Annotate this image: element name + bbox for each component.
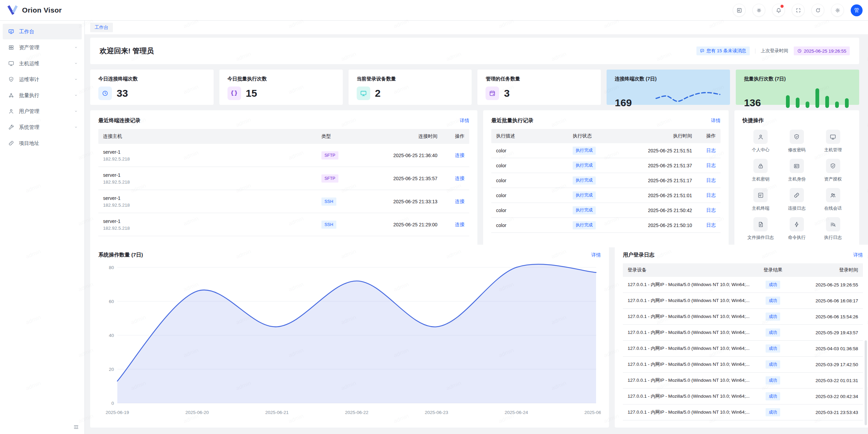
shield-check-icon — [8, 76, 14, 82]
execution-status-badge: 执行完成 — [573, 191, 596, 200]
sidebar-item-label: 运维审计 — [19, 76, 39, 83]
stat-card-今日批量执行次数: 今日批量执行次数{}15 — [219, 70, 343, 105]
connection-time: 2025-06-25 21:33:13 — [357, 199, 442, 204]
quick-action-文件操作日志[interactable]: 文件操作日志 — [743, 217, 779, 241]
quick-action-个人中心[interactable]: 个人中心 — [743, 130, 779, 153]
sidebar-item-用户管理[interactable]: 用户管理 — [3, 103, 82, 119]
login-log-row: 127.0.0.1 - 内网IP - Mozilla/5.0 (Windows … — [623, 373, 863, 389]
recent-executions-detail-link[interactable]: 详情 — [711, 118, 721, 124]
sidebar-item-label: 工作台 — [19, 29, 34, 35]
column-header: 执行描述 — [491, 133, 568, 139]
execution-row: color执行完成2025-06-25 21:51:01日志 — [491, 188, 721, 203]
chevron-down-icon — [74, 45, 78, 50]
unread-messages-badge[interactable]: 您有 15 条未读消息 — [696, 46, 750, 55]
quick-action-执行日志[interactable]: 执行日志 — [815, 217, 851, 241]
people-icon — [826, 188, 840, 202]
quick-action-资产授权[interactable]: 资产授权 — [815, 159, 851, 182]
user-avatar[interactable]: 管 — [851, 4, 863, 16]
sun-icon[interactable] — [752, 4, 765, 17]
column-header: 连接主机 — [98, 133, 317, 139]
login-result-badge: 成功 — [766, 328, 780, 337]
stat-label: 今日连接终端次数 — [98, 76, 205, 82]
login-time: 2025-06-25 19:26:55 — [792, 282, 863, 287]
workbench-icon — [8, 29, 14, 35]
sidebar-item-系统管理[interactable]: 系统管理 — [3, 119, 82, 135]
login-result-badge: 成功 — [766, 281, 780, 289]
execution-row: color执行完成2025-06-25 21:51:51日志 — [491, 143, 721, 158]
sidebar-item-资产管理[interactable]: 资产管理 — [3, 40, 82, 55]
connect-link[interactable]: 连接 — [455, 222, 465, 227]
scrollbar-thumb[interactable] — [865, 340, 867, 425]
welcome-title: 欢迎回来! 管理员 — [100, 46, 154, 56]
quick-action-连接日志[interactable]: 连接日志 — [779, 188, 815, 211]
login-result-badge: 成功 — [766, 344, 780, 353]
stat-card-管理的任务数量: 管理的任务数量3 — [477, 70, 601, 105]
sidebar-item-label: 系统管理 — [19, 124, 39, 131]
login-time: 2025-05-29 19:43:57 — [792, 330, 863, 335]
quick-action-修改密码[interactable]: 修改密码 — [779, 130, 815, 153]
quick-action-主机身份[interactable]: 主机身份 — [779, 159, 815, 182]
system-operations-chart-title: 系统操作数量 (7日) — [98, 251, 143, 259]
svg-text:20: 20 — [109, 367, 114, 372]
host-name: server-1 — [103, 172, 312, 178]
host-ip: 182.92.5.218 — [103, 226, 312, 231]
login-log-row: 127.0.0.1 - 内网IP - Mozilla/5.0 (Windows … — [623, 357, 863, 373]
quick-action-主机终端[interactable]: 主机终端 — [743, 188, 779, 211]
log-link[interactable]: 日志 — [706, 222, 716, 228]
execution-row: color执行完成2025-06-25 21:50:42日志 — [491, 203, 721, 218]
log-link[interactable]: 日志 — [706, 148, 716, 153]
login-time: 2025-03-21 23:53:43 — [792, 410, 863, 415]
sidebar-item-项目地址[interactable]: 项目地址 — [3, 135, 82, 151]
quick-action-在线会话[interactable]: 在线会话 — [815, 188, 851, 211]
sidebar-item-批量执行[interactable]: 批量执行 — [3, 88, 82, 103]
quick-action-主机密钥[interactable]: 主机密钥 — [743, 159, 779, 182]
top-navbar: Orion Visor 管 — [0, 0, 868, 21]
column-header: 登录设备 — [623, 267, 754, 273]
bell-icon[interactable] — [772, 4, 785, 17]
log-link[interactable]: 日志 — [706, 177, 716, 183]
stat-value: 2 — [375, 88, 381, 99]
log-link[interactable]: 日志 — [706, 192, 716, 198]
quick-action-label: 执行日志 — [824, 234, 842, 241]
sidebar-item-主机运维[interactable]: 主机运维 — [3, 56, 82, 71]
refresh-icon[interactable] — [811, 4, 824, 17]
user-icon — [8, 108, 14, 114]
login-log-row: 127.0.0.1 - 内网IP - Mozilla/5.0 (Windows … — [623, 404, 863, 420]
connect-link[interactable]: 连接 — [455, 199, 465, 204]
recent-connections-detail-link[interactable]: 详情 — [460, 118, 469, 124]
fullscreen-icon[interactable] — [792, 4, 805, 17]
breadcrumb-workbench[interactable]: 工作台 — [90, 23, 113, 32]
login-time: 2025-03-22 01:01:31 — [792, 378, 863, 383]
logo[interactable]: Orion Visor — [7, 5, 62, 15]
connect-link[interactable]: 连接 — [455, 152, 465, 158]
login-result-badge: 成功 — [766, 313, 780, 321]
execution-time: 2025-06-25 21:50:10 — [619, 223, 697, 228]
quick-action-命令执行[interactable]: 命令执行 — [779, 217, 815, 241]
host-ip: 182.92.5.218 — [103, 156, 312, 162]
log-link[interactable]: 日志 — [706, 207, 716, 213]
sidebar-item-工作台[interactable]: 工作台 — [3, 24, 82, 39]
code-square-icon[interactable] — [733, 4, 746, 17]
quick-action-主机管理[interactable]: 主机管理 — [815, 130, 851, 153]
terminal-7d-sparkline — [654, 84, 722, 109]
middle-row: 最近终端连接记录 详情 连接主机类型连接时间操作 server-1182.92.… — [90, 110, 859, 239]
stat-label: 批量执行次数 (7日) — [744, 76, 851, 82]
svg-text:2025-06-23: 2025-06-23 — [425, 410, 448, 415]
sidebar-collapse-icon[interactable] — [73, 424, 79, 430]
column-header: 执行状态 — [568, 133, 619, 139]
sidebar-item-运维审计[interactable]: 运维审计 — [3, 72, 82, 87]
login-logs-detail-link[interactable]: 详情 — [853, 252, 863, 258]
column-header: 执行时间 — [619, 133, 697, 139]
gear-icon[interactable] — [831, 4, 844, 17]
monitor-icon — [826, 130, 840, 144]
last-login-time: 2025-06-25 19:26:55 — [804, 49, 846, 54]
host-ip: 182.92.5.218 — [103, 203, 312, 208]
connect-link[interactable]: 连接 — [455, 175, 465, 181]
svg-text:0: 0 — [111, 401, 114, 406]
execution-time: 2025-06-25 21:51:01 — [619, 193, 697, 198]
login-log-row: 127.0.0.1 - 内网IP - Mozilla/5.0 (Windows … — [623, 293, 863, 309]
execution-time: 2025-06-25 21:51:51 — [619, 148, 697, 153]
system-operations-detail-link[interactable]: 详情 — [591, 252, 601, 258]
log-link[interactable]: 日志 — [706, 163, 716, 168]
wrench-icon — [8, 124, 14, 130]
